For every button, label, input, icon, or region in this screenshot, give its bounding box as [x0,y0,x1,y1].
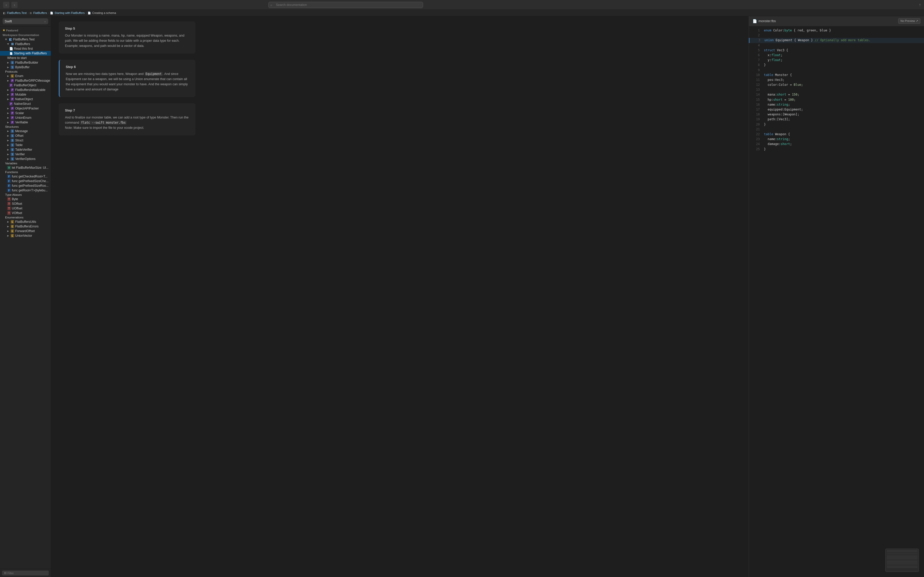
line-code: mana:short = 150; [764,92,799,97]
sidebar-item-label: NativeStruct [14,102,31,106]
sidebar-item-label: Struct [15,139,23,142]
breadcrumb-item-1[interactable]: FlatBuffers [33,11,47,15]
sidebar-item-flatbufferobject[interactable]: P FlatBufferObject [0,83,51,88]
sidebar-item-label: Enum [15,74,23,78]
language-selector[interactable]: Swift ⌄ [3,18,48,24]
module-icon: ⊞ [11,42,14,46]
sidebar-item-scalar[interactable]: ▶ P Scalar [0,111,51,115]
chevron-icon: ▶ [7,225,9,228]
line-number: 11 [753,77,760,82]
sidebar-item-flatbufferserrors[interactable]: ▶ E FlatBuffersErrors [0,224,51,229]
sidebar-item-label: TableVerifier [15,148,32,152]
sidebar-item-getprefixedsizeroot[interactable]: F func getPrefixedSizeRoo... [0,184,51,188]
sidebar-item-verifier[interactable]: ▶ S Verifier [0,152,51,156]
typealias-icon: T [7,202,11,206]
line-code: path:[Vec3]; [764,117,790,122]
sidebar-item-nativeobject[interactable]: ▶ P NativeObject [0,97,51,102]
sidebar-item-struct[interactable]: ▶ S Struct [0,138,51,143]
sidebar-item-verifiable[interactable]: ▶ P Verifiable [0,120,51,125]
sidebar-item-nativestruct[interactable]: P NativeStruct [0,102,51,106]
sidebar-item-message[interactable]: ▶ S Message [0,129,51,134]
protocol-icon: P [11,121,14,124]
sidebar-item-verifieroptions[interactable]: ▶ S VerifierOptions [0,156,51,161]
sidebar-item-bytebuffer[interactable]: ▶ S ByteBuffer [0,65,51,69]
sidebar-item-label: Where to start [7,56,27,60]
back-button[interactable]: ‹ [3,2,9,8]
line-code [764,68,766,73]
step-7-title: Step 7 [65,108,189,112]
sidebar-item-label: FlatBuffersUtils [15,220,36,224]
sidebar-item-unionenum[interactable]: ▶ P UnionEnum [0,115,51,120]
sidebar-item-mutable[interactable]: ▶ P Mutable [0,92,51,97]
sidebar-item-where-to-start[interactable]: Where to start [0,56,51,60]
line-code: table Weapon { [764,132,790,137]
code-line-24: 24 damage:short; [749,142,924,147]
share-button[interactable]: ↑ [919,3,921,7]
sidebar-item-soffset[interactable]: T SOffset [0,201,51,206]
filter-input-wrap: ⊟ [2,571,49,575]
code-line-20: 20} [749,122,924,127]
code-line-15: 15 hp:short = 100; [749,97,924,102]
sidebar-item-flatbuffers-test[interactable]: ▶ ◧ FlatBuffers.Test [0,37,51,42]
func-icon: F [7,179,11,183]
search-input[interactable] [268,2,423,8]
line-code: table Monster { [764,73,792,77]
sidebar-item-read-this-first[interactable]: 📄 Read this first [0,47,51,51]
step-7-code-command: flatc --swift monster.fbs [80,121,127,125]
sidebar-item-tableverifier[interactable]: ▶ S TableVerifier [0,147,51,152]
typealias-icon: T [7,206,11,210]
breadcrumb: ◧ FlatBuffers.Test › ⊞ FlatBuffers › 📄 S… [0,10,924,16]
sidebar-item-flatbuffers[interactable]: ▶ ⊞ FlatBuffers [0,42,51,47]
breadcrumb-item-2[interactable]: Starting with FlatBuffers [55,11,85,15]
struct-icon: S [11,153,14,156]
line-code [764,127,766,132]
bc-icon-0: ◧ [3,11,5,15]
code-line-5: 5struct Vec3 { [749,48,924,53]
func-icon: F [7,189,11,192]
enum-icon: E [11,74,14,78]
sidebar-item-enum[interactable]: ▶ E Enum [0,74,51,78]
sidebar-item-flatbuffermaxsize[interactable]: V let FlatBufferMaxSize: Ul... [0,165,51,170]
language-chevron-icon: ⌄ [44,19,46,23]
chevron-icon: ▶ [7,158,9,160]
bc-icon-1: ⊞ [30,11,32,15]
sidebar-item-flatbuffergrpcmessage[interactable]: ▶ P FlatBufferGRPCMessage [0,78,51,83]
sidebar-item-objectapipacker[interactable]: ▶ P ObjectAPIPacker [0,106,51,111]
sidebar-item-byte[interactable]: T Byte [0,197,51,201]
content-area: Step 5 Our Monster is missing a name, ma… [51,16,924,577]
sidebar-item-uoffset[interactable]: T UOffset [0,206,51,211]
sidebar-item-flatbufferbuilder[interactable]: ▶ S FlatBufferBuilder [0,60,51,65]
sidebar-item-getroot[interactable]: F func getRoot<T>(bytebu... [0,188,51,193]
chevron-icon: ▶ [7,234,9,237]
sidebar-item-getcheckedroot[interactable]: F func getCheckedRoot<T... [0,174,51,179]
sidebar-item-starting-with-flatbuffers[interactable]: 📄 Starting with FlatBuffers [0,51,51,56]
breadcrumb-item-0[interactable]: FlatBuffers.Test [7,11,27,15]
minimap [885,549,919,572]
sidebar-item-forwardoffset[interactable]: ▶ E ForwardOffset [0,229,51,234]
code-line-10: 10table Monster { [749,73,924,77]
search-icon: ⌕ [270,3,272,6]
sidebar-item-flatbuffersutils[interactable]: ▶ E FlatBuffersUtils [0,219,51,224]
chevron-icon: ▶ [7,89,9,91]
sidebar-item-voffset[interactable]: T VOffset [0,211,51,215]
line-code: equipped:Equipment; [764,107,803,112]
chevron-icon: ▶ [5,39,8,40]
no-preview-button[interactable]: No Preview ↗ [898,18,921,24]
filter-input[interactable] [8,572,47,575]
section-label: Structures [5,125,19,128]
struct-icon: S [11,65,14,69]
sidebar: Swift ⌄ ★ Featured Workspace Documentati… [0,16,51,577]
sidebar-item-label: FlatBuffers [15,42,30,46]
sidebar-item-flatbuffersinitializable[interactable]: ▶ P FlatBuffersInitializable [0,88,51,92]
sidebar-item-table[interactable]: ▶ S Table [0,143,51,147]
code-line-6: 6 x:float; [749,53,924,58]
sidebar-item-getprefixedsizechecked[interactable]: F func getPrefixedSizeChe... [0,179,51,184]
sidebar-item-label: UnionVector [15,234,32,237]
line-number: 6 [753,53,760,58]
sidebar-item-unionvector[interactable]: ▶ E UnionVector [0,234,51,238]
sidebar-item-offset[interactable]: ▶ S Offset [0,134,51,138]
forward-button[interactable]: › [11,2,18,8]
sidebar-item-label: NativeObject [15,97,33,101]
code-line-8: 8} [749,63,924,68]
line-number: 19 [753,117,760,122]
